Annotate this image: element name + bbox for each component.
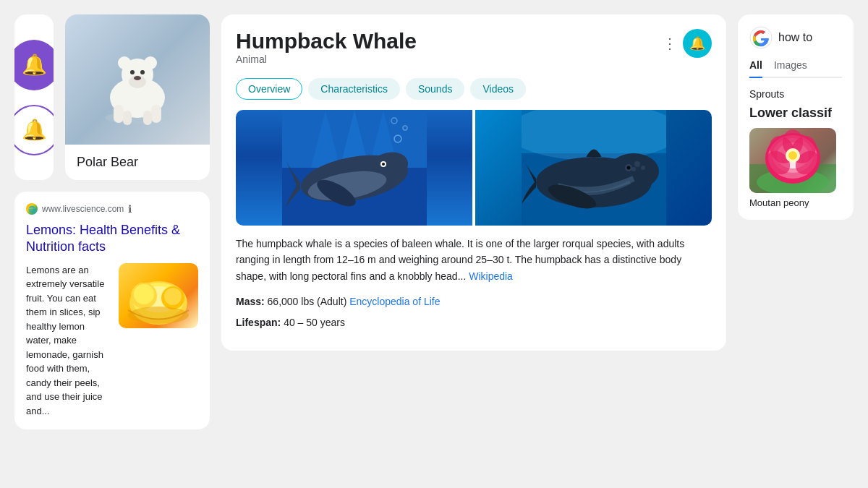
tab-all[interactable]: All xyxy=(749,59,762,78)
flower-thumbnail[interactable] xyxy=(749,128,836,193)
svg-rect-10 xyxy=(151,105,161,123)
svg-point-6 xyxy=(130,70,135,74)
whale-images xyxy=(236,110,712,226)
tab-overview-label: Overview xyxy=(248,83,290,95)
lifespan-value: 40 – 50 years xyxy=(284,317,345,328)
panel-actions: ⋮ 🔔 xyxy=(663,29,712,58)
sprouts-label: Sprouts xyxy=(749,88,842,100)
svg-rect-12 xyxy=(143,111,152,125)
polar-bear-svg xyxy=(90,33,184,127)
panel-title: Humpback Whale xyxy=(236,29,417,53)
tab-sounds-label: Sounds xyxy=(418,83,452,95)
tab-images[interactable]: Images xyxy=(774,59,807,71)
bell-plus-icon: 🔔 xyxy=(22,53,47,77)
tab-videos-label: Videos xyxy=(482,83,514,95)
flower-svg xyxy=(749,128,836,193)
lifespan-fact: Lifespan: 40 – 50 years xyxy=(236,315,712,330)
tabs-row: Overview Characteristics Sounds Videos xyxy=(236,78,712,100)
mass-label: Mass: xyxy=(236,296,265,307)
flower-label: Moutan peony xyxy=(749,197,842,208)
panel-subtitle: Animal xyxy=(236,53,417,65)
wikipedia-link[interactable]: Wikipedia xyxy=(469,270,513,282)
svg-point-42 xyxy=(641,166,645,170)
whale-image-right xyxy=(475,110,712,226)
tab-sounds[interactable]: Sounds xyxy=(406,78,464,100)
main-container: 🔔 🔔 xyxy=(0,0,868,488)
panel-description: The humpback whale is a species of balee… xyxy=(236,236,712,284)
svg-rect-9 xyxy=(114,105,124,123)
tab-characteristics-label: Characteristics xyxy=(320,83,388,95)
mass-fact: Mass: 66,000 lbs (Adult) Encyclopedia of… xyxy=(236,294,712,309)
svg-point-17 xyxy=(134,284,154,304)
article-source: 🌐 www.livescience.com ℹ xyxy=(26,203,198,215)
mass-link[interactable]: Encyclopedia of Life xyxy=(349,296,440,307)
article-text: Lemons are an extremely versatile fruit.… xyxy=(26,263,110,419)
svg-rect-11 xyxy=(123,111,132,125)
svg-point-19 xyxy=(164,288,182,305)
icon-card: 🔔 🔔 xyxy=(14,14,54,180)
bell-filled-circle[interactable]: 🔔 xyxy=(14,40,54,90)
svg-point-8 xyxy=(134,76,141,80)
article-thumbnail xyxy=(119,263,198,328)
lifespan-label: Lifespan: xyxy=(236,317,281,328)
svg-point-5 xyxy=(144,56,157,69)
google-logo xyxy=(749,26,773,49)
svg-point-4 xyxy=(118,56,131,69)
source-favicon: 🌐 xyxy=(26,203,38,215)
top-left-row: 🔔 🔔 xyxy=(14,14,210,180)
whale-image-left xyxy=(236,110,472,226)
notify-button[interactable]: 🔔 xyxy=(683,29,712,58)
whale-svg-left xyxy=(282,110,427,226)
more-options-icon[interactable]: ⋮ xyxy=(663,35,677,52)
search-tabs: All Images xyxy=(749,59,842,78)
lower-classif-title: Lower classif xyxy=(749,106,842,121)
svg-point-45 xyxy=(626,166,630,170)
svg-point-7 xyxy=(140,70,145,74)
tab-overview[interactable]: Overview xyxy=(236,78,302,100)
svg-point-41 xyxy=(634,161,640,167)
whale-svg-right xyxy=(522,110,666,226)
source-url: www.livescience.com xyxy=(42,204,124,214)
polar-bear-image xyxy=(65,14,210,145)
source-info-icon: ℹ xyxy=(128,203,132,215)
right-panel: how to All Images Sprouts Lower classif xyxy=(738,14,854,220)
search-query-text: how to xyxy=(778,31,812,44)
lemon-svg xyxy=(119,263,198,328)
panel-description-text: The humpback whale is a species of balee… xyxy=(236,238,684,282)
panel-header: Humpback Whale Animal ⋮ 🔔 xyxy=(236,29,712,75)
tab-videos[interactable]: Videos xyxy=(470,78,526,100)
mass-value: 66,000 lbs (Adult) xyxy=(268,296,350,307)
notify-bell-icon: 🔔 xyxy=(689,35,705,51)
article-body: Lemons are an extremely versatile fruit.… xyxy=(26,263,198,419)
article-title: Lemons: Health Benefits & Nutrition fact… xyxy=(26,222,198,256)
left-column: 🔔 🔔 xyxy=(14,14,210,429)
bell-outline-icon: 🔔 xyxy=(22,118,47,142)
whale-panel: Humpback Whale Animal ⋮ 🔔 Overview Chara… xyxy=(221,14,726,351)
article-card[interactable]: 🌐 www.livescience.com ℹ Lemons: Health B… xyxy=(14,192,210,429)
svg-point-31 xyxy=(382,163,385,166)
google-header: how to xyxy=(749,26,842,49)
bell-outline-circle[interactable]: 🔔 xyxy=(14,105,54,155)
polar-bear-card[interactable]: Polar Bear xyxy=(65,14,210,180)
svg-point-60 xyxy=(788,151,797,160)
polar-bear-label: Polar Bear xyxy=(65,145,210,180)
tab-characteristics[interactable]: Characteristics xyxy=(308,78,400,100)
